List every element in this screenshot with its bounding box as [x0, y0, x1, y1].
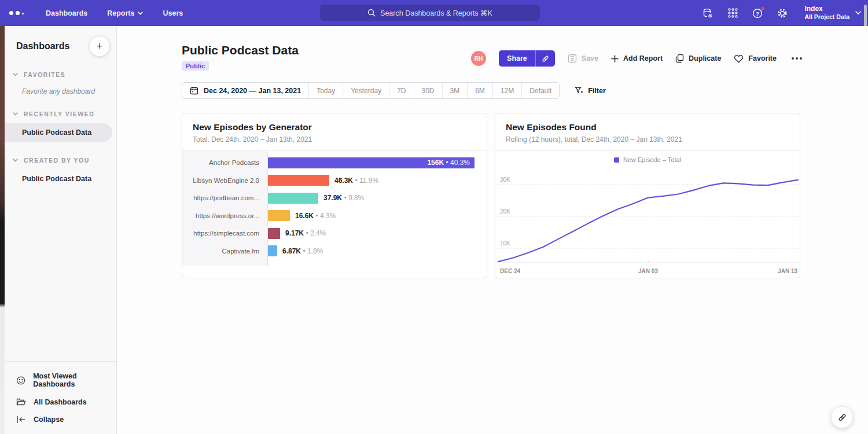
new-dashboard-button[interactable]: +: [90, 36, 109, 56]
bar-segment[interactable]: [268, 193, 318, 204]
bar-row[interactable]: Anchor Podcasts156K • 40.3%: [182, 154, 487, 172]
dot-icon: [792, 57, 794, 60]
notification-dot: [760, 6, 765, 11]
date-range-button[interactable]: Dec 24, 2020 — Jan 13, 2021: [182, 83, 308, 98]
bar-category-label: https://podbean.com...: [182, 194, 267, 201]
data-sources-icon[interactable]: [701, 7, 714, 20]
more-options-button[interactable]: [789, 55, 804, 62]
bar-row[interactable]: https://wordpress.or...16.6K • 4.3%: [182, 207, 487, 225]
y-axis-label: 30K: [500, 176, 510, 183]
chevron-down-icon: [13, 112, 18, 116]
logo-dot: [16, 11, 20, 15]
section-favorites[interactable]: FAVORITES: [5, 71, 116, 78]
add-report-button[interactable]: Add Report: [611, 54, 663, 62]
legend-label: New Episode – Total: [623, 156, 681, 163]
nav-users[interactable]: Users: [163, 9, 183, 17]
preset-3m[interactable]: 3M: [442, 83, 468, 98]
section-created-by-you[interactable]: CREATED BY YOU: [5, 157, 116, 164]
copy-link-button[interactable]: [535, 50, 555, 67]
sidebar-item-public-podcast-data[interactable]: Public Podcast Data: [5, 123, 112, 142]
chevron-down-icon: [13, 73, 18, 76]
duplicate-label: Duplicate: [689, 54, 721, 62]
calendar-icon: [190, 86, 198, 95]
help-icon[interactable]: ?: [751, 7, 764, 20]
bar-row[interactable]: https://podbean.com...37.9K • 9.8%: [182, 189, 487, 207]
chevron-down-icon: [855, 11, 861, 15]
save-icon: [568, 54, 577, 63]
most-viewed-dashboards-button[interactable]: Most Viewed Dashboards: [5, 367, 116, 393]
bar-row[interactable]: https://simplecast.com9.17K • 2.4%: [182, 225, 487, 242]
nav-dashboards[interactable]: Dashboards: [46, 9, 87, 17]
section-favorites-label: FAVORITES: [24, 71, 65, 78]
scrollbar-thumb[interactable]: [864, 5, 867, 27]
nav-reports-label: Reports: [107, 9, 134, 17]
bar-row[interactable]: Captivate.fm6.87K • 1.8%: [182, 242, 487, 260]
bar-segment[interactable]: [268, 175, 329, 186]
x-axis-label: JAN 03: [638, 268, 658, 274]
share-button[interactable]: Share: [499, 50, 535, 67]
line-series[interactable]: [498, 180, 798, 262]
filter-button[interactable]: Filter: [575, 86, 606, 95]
bar-value-label: 46.3K • 11.9%: [334, 176, 378, 185]
y-axis-label: 10K: [500, 240, 510, 247]
all-dashboards-button[interactable]: All Dashboards: [5, 393, 116, 411]
app-logo[interactable]: [9, 11, 24, 15]
sidebar-item-public-podcast-data-2[interactable]: Public Podcast Data: [5, 170, 116, 188]
legend: New Episode – Total: [495, 151, 800, 164]
bar-value-label: 9.17K • 2.4%: [285, 229, 326, 237]
save-button[interactable]: Save: [568, 54, 598, 63]
y-axis-label: 20K: [500, 208, 510, 215]
date-range-control: Dec 24, 2020 — Jan 13, 2021 TodayYesterd…: [182, 82, 560, 99]
bar-segment[interactable]: [268, 210, 290, 221]
preset-yesterday[interactable]: Yesterday: [343, 83, 389, 98]
bar-segment[interactable]: [268, 228, 280, 239]
apps-grid-icon[interactable]: [726, 7, 739, 20]
search-placeholder: Search Dashboards & Reports ⌘K: [380, 9, 492, 17]
page-title: Public Podcast Data: [182, 43, 299, 57]
x-axis-label: DEC 24: [500, 268, 520, 274]
nav-reports[interactable]: Reports: [107, 9, 143, 17]
bar-row[interactable]: Libsyn WebEngine 2.046.3K • 11.9%: [182, 172, 487, 190]
preset-30d[interactable]: 30D: [414, 83, 442, 98]
folder-icon: [16, 398, 26, 406]
floating-link-button[interactable]: [831, 406, 853, 428]
bar-category-label: https://simplecast.com: [182, 230, 267, 237]
save-label: Save: [582, 54, 598, 62]
chevron-down-icon: [138, 12, 143, 15]
link-icon: [837, 413, 847, 422]
search-input[interactable]: Search Dashboards & Reports ⌘K: [320, 5, 540, 21]
preset-12m[interactable]: 12M: [492, 83, 521, 98]
settings-gear-icon[interactable]: [776, 7, 789, 20]
avatar[interactable]: RH: [471, 51, 486, 66]
line-chart-subtitle: Rolling (12 hours), total, Dec 24th, 202…: [506, 135, 789, 144]
preset-7d[interactable]: 7D: [389, 83, 413, 98]
duplicate-button[interactable]: Duplicate: [675, 54, 721, 63]
line-chart-card: New Episodes Found Rolling (12 hours), t…: [495, 113, 800, 278]
section-recently-viewed[interactable]: RECENTLY VIEWED: [5, 111, 116, 117]
line-chart-plot[interactable]: 30K20K10KDEC 24JAN 03JAN 13: [496, 164, 800, 278]
preset-default[interactable]: Default: [521, 83, 559, 98]
sidebar-title: Dashboards: [16, 36, 69, 52]
preset-today[interactable]: Today: [308, 83, 343, 98]
project-selector[interactable]: Index All Project Data: [804, 5, 861, 21]
share-split-button: Share: [499, 50, 555, 67]
bar-segment[interactable]: 156K • 40.3%: [268, 157, 475, 168]
bar-value-label: 37.9K • 9.8%: [323, 194, 364, 202]
add-report-label: Add Report: [623, 54, 663, 62]
favorite-button[interactable]: Favorite: [734, 54, 777, 63]
bar-category-label: Anchor Podcasts: [182, 159, 267, 166]
bar-value-label: 6.87K • 1.8%: [282, 247, 323, 255]
preset-6m[interactable]: 6M: [467, 83, 492, 98]
dot-icon: [796, 57, 798, 60]
bar-segment[interactable]: [268, 245, 277, 256]
favorites-empty-note: Favorite any dashboard: [5, 78, 116, 95]
date-range-label: Dec 24, 2020 — Jan 13, 2021: [204, 87, 301, 95]
nav-dashboards-label: Dashboards: [46, 9, 87, 17]
svg-text:?: ?: [756, 10, 759, 16]
line-chart-title: New Episodes Found: [506, 122, 789, 133]
sidebar: Dashboards + FAVORITES Favorite any dash…: [5, 26, 117, 434]
section-recently-viewed-label: RECENTLY VIEWED: [24, 111, 94, 117]
bar-category-label: Captivate.fm: [182, 248, 267, 255]
collapse-sidebar-button[interactable]: Collapse: [5, 411, 116, 428]
background-edge: [0, 26, 5, 434]
